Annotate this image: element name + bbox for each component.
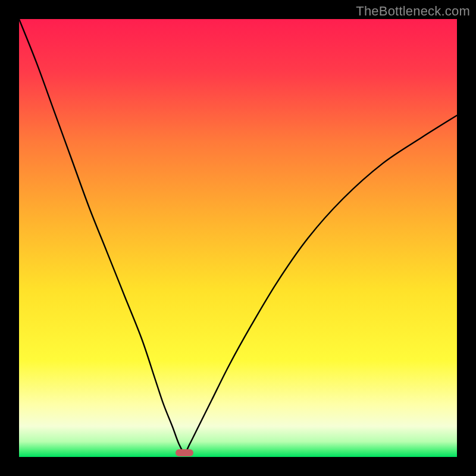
watermark-text: TheBottleneck.com [356,4,470,19]
outer-frame: TheBottleneck.com [0,0,476,476]
bottleneck-curve [19,19,457,457]
optimal-marker [176,449,193,456]
plot-area [19,19,457,457]
